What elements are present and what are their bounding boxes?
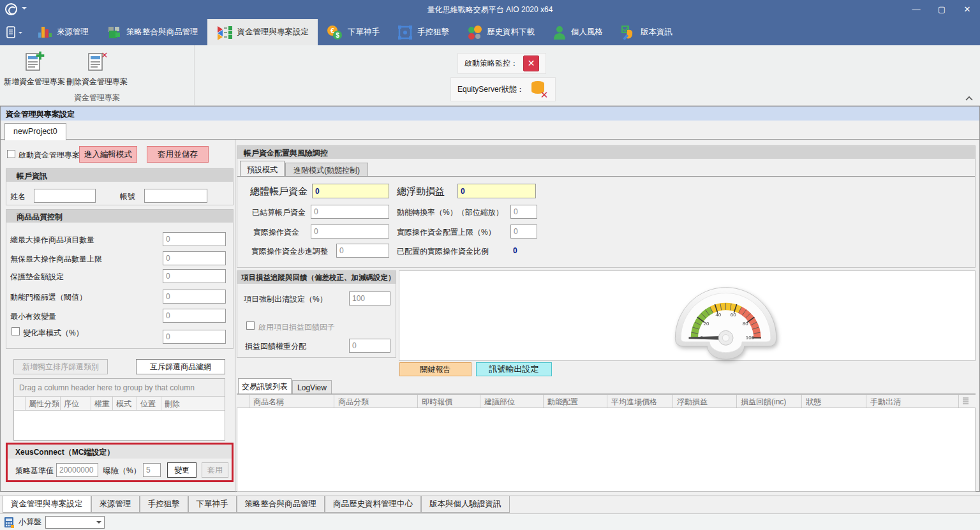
sig-col-momentum-alloc[interactable]: 動能配置 [544, 395, 607, 408]
sig-col-float-pl[interactable]: 浮動損益 [673, 395, 737, 408]
vertical-splitter[interactable] [235, 140, 235, 492]
actual-fund-input[interactable] [311, 225, 389, 239]
apply-save-button[interactable]: 套用並儲存 [147, 146, 209, 163]
file-menu-caret-icon [19, 32, 22, 36]
risk-gauge: 020406080100 [672, 272, 779, 360]
feedback-weight-input[interactable] [349, 339, 390, 353]
alloc-cap-input[interactable] [510, 225, 537, 239]
apply-button[interactable]: 套用 [202, 462, 228, 478]
calculator-combobox[interactable] [45, 516, 105, 529]
ribbon-tab-history-download[interactable]: 歷史資料下載 [458, 19, 544, 45]
file-menu-button[interactable] [0, 19, 28, 45]
rate-mode-input[interactable] [163, 330, 226, 344]
bottom-tab-version-auth[interactable]: 版本與個人驗證資訊 [421, 496, 510, 513]
close-button[interactable]: ✕ [954, 0, 980, 19]
sig-col-manual-exit[interactable]: 手動出清 [866, 395, 959, 408]
svg-text:80: 80 [743, 321, 748, 327]
collapse-ribbon-icon[interactable] [965, 95, 974, 103]
change-button[interactable]: 變更 [167, 462, 197, 478]
bottom-tab-order[interactable]: 下單神手 [188, 496, 237, 513]
enable-project-checkbox[interactable] [7, 150, 15, 158]
maximize-button[interactable]: ▢ [929, 0, 954, 19]
svg-text:$: $ [336, 32, 339, 39]
signal-table-header: 商品名稱 商品分類 即時報價 建議部位 動能配置 平均進場價格 浮動損益 損益回… [237, 394, 976, 408]
file-menu-icon [6, 26, 17, 39]
quality-control-title: 商品品質控制 [6, 210, 233, 223]
database-status-icon[interactable]: ✕ [530, 80, 549, 99]
name-input[interactable] [34, 189, 96, 203]
ribbon-tab-fund-management[interactable]: 資金管理與專案設定 [207, 19, 318, 45]
grid-col-position[interactable]: 位置 [137, 397, 161, 410]
sig-col-quote[interactable]: 即時報價 [418, 395, 480, 408]
mutex-filter-button[interactable]: 互斥篩選商品濾網 [136, 359, 225, 374]
sig-col-category[interactable]: 商品分類 [334, 395, 418, 408]
minimize-button[interactable]: — [903, 0, 929, 19]
grid-col-order[interactable]: 序位 [61, 397, 91, 410]
max-items-input[interactable] [163, 232, 226, 246]
ribbon-tab-version[interactable]: 版本資訊 [612, 19, 681, 45]
tab-signal-list[interactable]: 交易訊號列表 [238, 378, 292, 394]
panel-title: 資金管理與專案設定 [1, 107, 979, 121]
delete-fund-project-button[interactable]: ✕ 刪除資金管理專案 [65, 50, 129, 87]
ribbon-tab-order[interactable]: € $ 下單神手 [318, 19, 389, 45]
sig-col-pl-feedback[interactable]: 損益回饋(inc) [737, 395, 802, 408]
coins-icon: € $ [327, 25, 343, 40]
protect-amount-input[interactable] [163, 269, 226, 283]
status-bar: 小算盤 [0, 513, 980, 530]
momentum-threshold-input[interactable] [163, 290, 226, 304]
svg-text:20: 20 [704, 321, 709, 327]
grid-header-row: 屬性分類 序位 權重 模式 位置 刪除 [14, 397, 225, 411]
tab-advanced-mode[interactable]: 進階模式(動態控制) [285, 163, 368, 177]
grid-col-weight[interactable]: 權重 [91, 397, 113, 410]
momentum-rate-input[interactable] [510, 205, 537, 219]
signal-table-body[interactable] [237, 408, 976, 492]
calculator-icon [4, 517, 15, 528]
person-icon [553, 25, 567, 40]
float-pl-input[interactable] [457, 184, 536, 198]
total-fund-input[interactable] [312, 184, 389, 198]
ribbon-tab-source[interactable]: 來源管理 [28, 19, 98, 45]
bar-chart-icon [37, 25, 52, 40]
sig-col-avg-entry[interactable]: 平均進場價格 [607, 395, 673, 408]
grid-col-delete[interactable]: 刪除 [161, 397, 225, 410]
svg-text:✕: ✕ [101, 50, 108, 60]
tab-default-mode[interactable]: 預設模式 [240, 161, 285, 177]
equity-server-label: EquityServer狀態： [457, 84, 524, 95]
risk-allocation-group: 帳戶資金配置與風險調控 預設模式 進階模式(動態控制) 總體帳戶資金 總浮動損益… [237, 145, 976, 268]
uncovered-max-input[interactable] [163, 251, 226, 265]
settled-fund-input[interactable] [311, 205, 389, 219]
enable-feedback-checkbox[interactable] [246, 321, 255, 330]
sig-col-status[interactable]: 狀態 [802, 395, 866, 408]
bottom-tab-manual-snipe[interactable]: 手控狙擊 [140, 496, 188, 513]
strategy-base-input[interactable] [56, 463, 98, 477]
exposure-input[interactable] [143, 463, 161, 477]
strategy-monitor-toggle-button[interactable]: ✕ [523, 55, 539, 71]
bottom-tab-history-center[interactable]: 商品歷史資料管理中心 [325, 496, 421, 513]
bottom-tab-strategy[interactable]: 策略整合與商品管理 [237, 496, 325, 513]
sig-col-suggested-position[interactable]: 建議部位 [480, 395, 544, 408]
min-effective-input[interactable] [163, 309, 226, 323]
step-adjust-label: 實際操作資金步進調整 [251, 246, 328, 257]
add-sort-filter-button[interactable]: 新增獨立排序篩選類別 [13, 359, 108, 374]
signal-output-button[interactable]: 訊號輸出設定 [476, 362, 552, 376]
sig-col-chooser[interactable] [959, 395, 976, 408]
grid-col-mode[interactable]: 模式 [113, 397, 137, 410]
account-input[interactable] [144, 189, 207, 203]
edit-mode-button[interactable]: 進入編輯模式 [79, 146, 137, 163]
tab-logview[interactable]: LogView [292, 380, 332, 394]
step-adjust-input[interactable] [336, 244, 389, 258]
rate-mode-checkbox[interactable] [11, 327, 20, 335]
force-exit-input[interactable] [349, 291, 390, 305]
project-tab-newproject0[interactable]: newProject0 [4, 123, 66, 140]
ribbon-tab-strategy[interactable]: 策略整合與商品管理 [98, 19, 207, 45]
ribbon-tab-personal-style[interactable]: 個人風格 [544, 19, 612, 45]
window-title: 量化思維戰略交易平台 AIO 2020 x64 [0, 4, 980, 15]
key-report-button[interactable]: 關鍵報告 [399, 362, 471, 376]
bottom-tab-fund-settings[interactable]: 資金管理與專案設定 [3, 496, 91, 513]
bottom-tab-source[interactable]: 來源管理 [91, 496, 140, 513]
sig-col-name[interactable]: 商品名稱 [249, 395, 334, 408]
green-squares-icon [107, 25, 122, 40]
new-fund-project-button[interactable]: 新增資金管理專案 [3, 50, 66, 87]
grid-col-attribute[interactable]: 屬性分類 [26, 397, 61, 410]
ribbon-tab-manual-snipe[interactable]: 手控狙擊 [389, 19, 458, 45]
